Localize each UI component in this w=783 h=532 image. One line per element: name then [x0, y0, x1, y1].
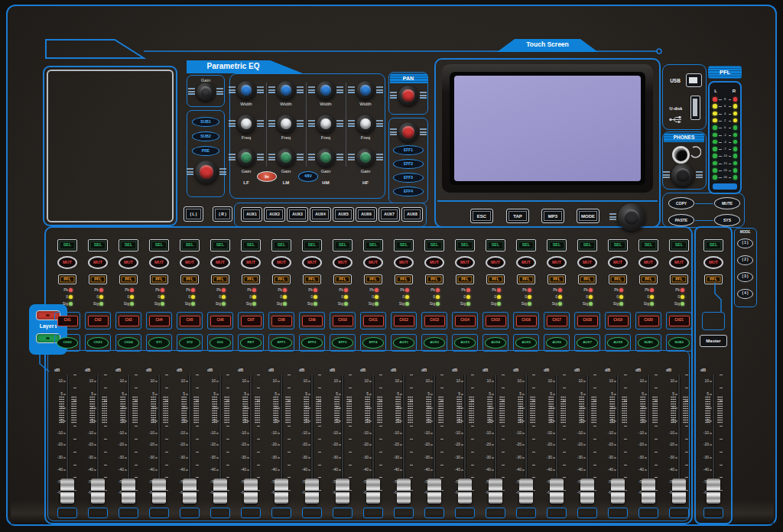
fader-handle[interactable] — [672, 478, 686, 504]
select-button[interactable]: SEL — [516, 239, 536, 251]
aux4-button[interactable]: AUX4 — [310, 207, 331, 222]
mode-4-button[interactable]: ( 4 ) — [737, 289, 753, 299]
select-button[interactable]: SEL — [302, 239, 322, 251]
fader-handle[interactable] — [275, 478, 288, 504]
mute-button[interactable]: MUT — [703, 256, 723, 269]
sys-button[interactable]: SYS — [714, 214, 740, 226]
layer2-button[interactable]: RET — [240, 337, 262, 349]
eq-lf-width-knob[interactable] — [237, 81, 255, 99]
eq-level-knob[interactable] — [195, 161, 218, 183]
pfl-button[interactable]: PFL — [639, 274, 658, 284]
layer2-button[interactable]: ST2 — [179, 337, 200, 349]
layer2-button[interactable]: CH24 — [118, 337, 139, 349]
select-button[interactable]: SEL — [363, 239, 383, 251]
eq-hf-width-knob[interactable] — [356, 81, 375, 99]
paste-button[interactable]: PASTE — [668, 214, 694, 226]
eq-in-button[interactable]: In — [257, 171, 277, 182]
mute-button[interactable]: MUT — [669, 256, 689, 269]
pfl-button[interactable]: PFL — [180, 274, 199, 284]
select-button[interactable]: SEL — [486, 239, 505, 251]
channel-button[interactable]: CH4 — [149, 316, 170, 326]
eq-lf-freq-knob[interactable] — [237, 115, 255, 133]
mute-button[interactable]: MUT — [363, 256, 383, 269]
select-button[interactable]: SEL — [547, 239, 567, 251]
phones-level-knob[interactable] — [671, 164, 694, 187]
phantom-48v-button[interactable]: 48V — [298, 171, 318, 182]
layer2-button[interactable]: AUX5 — [515, 337, 537, 349]
fader-handle[interactable] — [427, 478, 441, 504]
pfl-button[interactable]: PFL — [578, 274, 596, 284]
layer2-button[interactable]: EFF2 — [301, 337, 323, 349]
data-wheel[interactable] — [618, 203, 645, 231]
layer2-button[interactable]: AUX7 — [577, 337, 598, 349]
aux2-button[interactable]: AUX2 — [264, 207, 285, 222]
eq-sub1-button[interactable]: SUB1 — [192, 117, 219, 127]
layer2-button[interactable]: EFF4 — [362, 337, 384, 349]
mute-button[interactable]: MUT — [119, 256, 138, 269]
channel-button[interactable]: CH7 — [241, 316, 262, 326]
eff1-button[interactable]: EFF1 — [393, 145, 424, 155]
eq-lm-width-knob[interactable] — [277, 81, 295, 99]
pfl-button[interactable]: PFL — [670, 274, 688, 284]
eq-hm-width-knob[interactable] — [317, 81, 335, 99]
select-button[interactable]: SEL — [608, 239, 628, 251]
aux3-button[interactable]: AUX3 — [287, 207, 308, 222]
mute-button[interactable]: MUT — [486, 256, 505, 269]
mute-button[interactable]: MUT — [180, 256, 200, 269]
mute-button[interactable]: MUT — [424, 256, 444, 269]
layer2-button[interactable]: CH23 — [87, 337, 109, 349]
channel-button[interactable]: CH1 — [57, 316, 78, 326]
pfl-button[interactable]: PFL — [333, 274, 352, 284]
channel-button[interactable]: CH14 — [455, 316, 476, 326]
layer2-button[interactable]: ST1 — [148, 337, 170, 349]
pfl-button[interactable]: PFL — [425, 274, 443, 284]
fader-handle[interactable] — [366, 478, 380, 504]
select-button[interactable]: SEL — [57, 239, 77, 251]
eq-lm-gain-knob[interactable] — [277, 148, 295, 167]
channel-button[interactable]: CH6 — [210, 316, 231, 326]
select-button[interactable]: SEL — [271, 239, 291, 251]
usb-b-port[interactable] — [686, 73, 702, 87]
mode-2-button[interactable]: ( 2 ) — [737, 255, 753, 265]
aux6-button[interactable]: AUX6 — [356, 207, 377, 222]
select-button[interactable]: SEL — [241, 239, 261, 251]
usb-a-port[interactable] — [690, 96, 700, 120]
fader-handle[interactable] — [397, 478, 411, 504]
mute-button[interactable]: MUT — [516, 256, 536, 269]
fader-handle[interactable] — [707, 478, 720, 504]
pfl-button[interactable]: PFL — [211, 274, 229, 284]
channel-button[interactable]: CH21 — [669, 316, 690, 326]
mute-button[interactable]: MUT — [577, 256, 597, 269]
layer2-button[interactable]: SUB1 — [638, 337, 659, 349]
eq-hm-freq-knob[interactable] — [317, 115, 335, 133]
mode-button[interactable]: MODE — [577, 209, 599, 223]
mute-button[interactable]: MUT — [57, 256, 77, 269]
pfl-button[interactable]: PFL — [456, 274, 474, 284]
esc-button[interactable]: ESC — [470, 209, 493, 223]
eff-send-knob[interactable] — [398, 122, 418, 142]
layer2-button[interactable]: EFF3 — [332, 337, 353, 349]
layer2-button[interactable]: AUX2 — [424, 337, 445, 349]
fader-handle[interactable] — [489, 478, 502, 504]
mute-button[interactable]: MUT — [241, 256, 261, 269]
mute-button[interactable]: MUT — [394, 256, 414, 269]
mute-button[interactable]: MUT — [271, 256, 291, 269]
fader-handle[interactable] — [305, 478, 319, 504]
aux8-button[interactable]: AUX8 — [401, 207, 423, 222]
select-button[interactable]: SEL — [119, 239, 138, 251]
pfl-button[interactable]: PFL — [89, 274, 107, 284]
eff3-button[interactable]: EFF3 — [393, 173, 424, 183]
select-button[interactable]: SEL — [703, 239, 723, 251]
channel-button[interactable]: CH5 — [180, 316, 200, 326]
channel-button[interactable]: CH11 — [363, 316, 384, 326]
eq-sub2-button[interactable]: SUB2 — [192, 131, 219, 141]
channel-button[interactable]: CH10 — [333, 316, 353, 326]
select-button[interactable]: SEL — [455, 239, 475, 251]
eq-lm-freq-knob[interactable] — [277, 115, 295, 133]
select-button[interactable]: SEL — [210, 239, 230, 251]
mute-button[interactable]: MUT — [638, 256, 658, 269]
select-button[interactable]: SEL — [424, 239, 444, 251]
pfl-button[interactable]: PFL — [395, 274, 413, 284]
main-r-button[interactable]: ( R ) — [213, 206, 232, 222]
layer2-button[interactable]: CH22 — [57, 337, 78, 349]
